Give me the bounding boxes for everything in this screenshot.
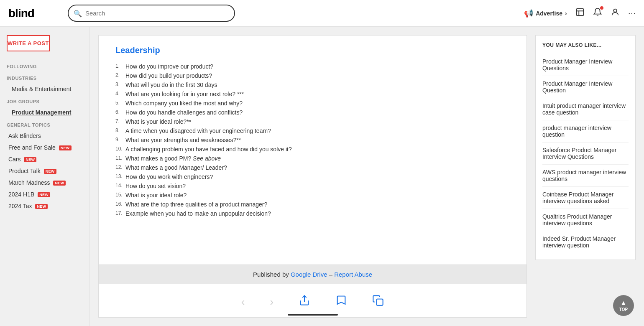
new-badge-h1b: NEW [38,192,50,197]
doc-toolbar: ‹ › [99,286,526,317]
published-bar: Published by Google Drive – Report Abuse [99,265,526,284]
list-item: 5.Which company you liked the most and w… [115,99,510,108]
share-button[interactable] [299,295,310,309]
report-abuse-link[interactable]: Report Abuse [334,271,372,278]
scroll-indicator [288,314,338,316]
general-topics-section-label: General Topics [0,118,89,130]
see-above-text: See above [193,155,221,162]
new-badge-cars: NEW [24,157,36,162]
logo[interactable]: blind [8,7,34,20]
notifications-button[interactable] [593,8,602,19]
sidebar-item-2024-tax[interactable]: 2024 Tax NEW [0,200,89,212]
header-right: 📢 Advertise › ··· [524,8,636,19]
list-item: 15.What is your ideal role? [115,191,510,200]
published-prefix: Published by [253,271,291,278]
profile-button[interactable] [611,8,620,19]
main-content: Leadership 1.How do you improve our prod… [90,27,644,326]
scroll-top-arrow-icon: ▲ [620,300,627,306]
job-groups-section-label: Job Groups [0,95,89,107]
list-item: 1.How do you improve our product? [115,62,510,71]
related-item-4[interactable]: product manager interview question [542,120,629,143]
document-viewer: Leadership 1.How do you improve our prod… [98,35,527,318]
megaphone-icon: 📢 [524,9,533,18]
doc-list: 1.How do you improve our product? 2.How … [115,62,510,218]
sidebar-item-product-management[interactable]: Product Management [0,107,89,118]
search-bar: 🔍 [68,5,235,22]
sidebar-item-product-talk[interactable]: Product Talk NEW [0,165,89,177]
following-label: FOLLOWING [0,60,89,71]
write-post-button[interactable]: WRITE A POST [7,35,50,51]
advertise-button[interactable]: 📢 Advertise › [524,9,567,18]
scroll-top-label: TOP [619,307,628,312]
sidebar-item-cars[interactable]: Cars NEW [0,153,89,165]
list-item: 17.Example when you had to make an unpop… [115,209,510,218]
list-item: 9.What are your strengths and weaknesses… [115,135,510,145]
svg-point-1 [613,9,616,12]
advertise-arrow: › [565,10,567,17]
related-item-2[interactable]: Product Manager Interview Question [542,76,629,98]
list-item: 10.A challenging problem you have faced … [115,145,510,154]
related-item-9[interactable]: Indeed Sr. Product Manager interview que… [542,231,629,253]
advertise-label: Advertise [536,10,562,17]
svg-rect-0 [576,9,583,16]
google-drive-link[interactable]: Google Drive [291,271,327,278]
related-item-6[interactable]: AWS product manager interview questions [542,165,629,187]
list-item: 14.How do you set vision? [115,181,510,191]
new-badge-tax: NEW [35,204,48,209]
related-item-5[interactable]: Salesforce Product Manager Interview Que… [542,143,629,165]
list-item: 12.What makes a good Manager/ Leader? [115,163,510,172]
new-badge-march-madness: NEW [53,181,66,186]
right-sidebar: YOU MAY ALSO LIKE... Product Manager Int… [535,35,636,260]
related-item-7[interactable]: Coinbase Product Manager interview quest… [542,187,629,209]
related-item-8[interactable]: Qualtrics Product Manager interview ques… [542,209,629,231]
sidebar-item-media-entertainment[interactable]: Media & Entertainment [0,83,89,95]
more-options-button[interactable]: ··· [628,8,636,19]
list-item: 6.How do you handle challenges and confl… [115,108,510,117]
header: blind 🔍 📢 Advertise › ··· [0,0,644,27]
compose-button[interactable] [575,8,585,19]
related-item-3[interactable]: Intuit product manager interview case qu… [542,98,629,120]
you-may-also-like-title: YOU MAY ALSO LIKE... [542,42,629,48]
sidebar-item-free-for-sale[interactable]: Free and For Sale NEW [0,142,89,153]
new-badge-free-for-sale: NEW [59,145,72,150]
prev-page-button[interactable]: ‹ [241,295,245,308]
list-item: 3.What will you do in the first 30 days [115,80,510,89]
sidebar: WRITE A POST FOLLOWING Industries Media … [0,27,90,326]
list-item: 13.How do you work with engineers? [115,172,510,181]
copy-button[interactable] [372,295,384,309]
sidebar-item-ask-blinders[interactable]: Ask Blinders [0,130,89,142]
doc-content: Leadership 1.How do you improve our prod… [99,36,526,228]
new-badge-product-talk: NEW [44,169,56,174]
scroll-to-top-button[interactable]: ▲ TOP [613,295,634,316]
next-page-button[interactable]: › [270,295,274,308]
separator: – [327,271,335,278]
sidebar-item-march-madness[interactable]: March Madness NEW [0,177,89,188]
doc-heading: Leadership [115,46,510,55]
bookmark-button[interactable] [335,295,347,309]
layout: WRITE A POST FOLLOWING Industries Media … [0,0,644,326]
notification-dot [600,6,603,10]
industries-section-label: Industries [0,71,89,83]
list-item: 4.What are you looking for in your next … [115,89,510,99]
list-item: 11.What makes a good PM? See above [115,154,510,163]
list-item: 8.A time when you disagreed with your en… [115,126,510,135]
list-item: 16.What are the top three qualities of a… [115,200,510,209]
search-input[interactable] [68,5,235,22]
sidebar-item-2024-h1b[interactable]: 2024 H1B NEW [0,188,89,200]
list-item: 7.What is your ideal role?** [115,117,510,126]
list-item: 2.How did you build your products? [115,71,510,80]
svg-rect-2 [377,299,383,305]
search-icon: 🔍 [74,9,82,17]
related-item-1[interactable]: Product Manager Interview Questions [542,54,629,76]
